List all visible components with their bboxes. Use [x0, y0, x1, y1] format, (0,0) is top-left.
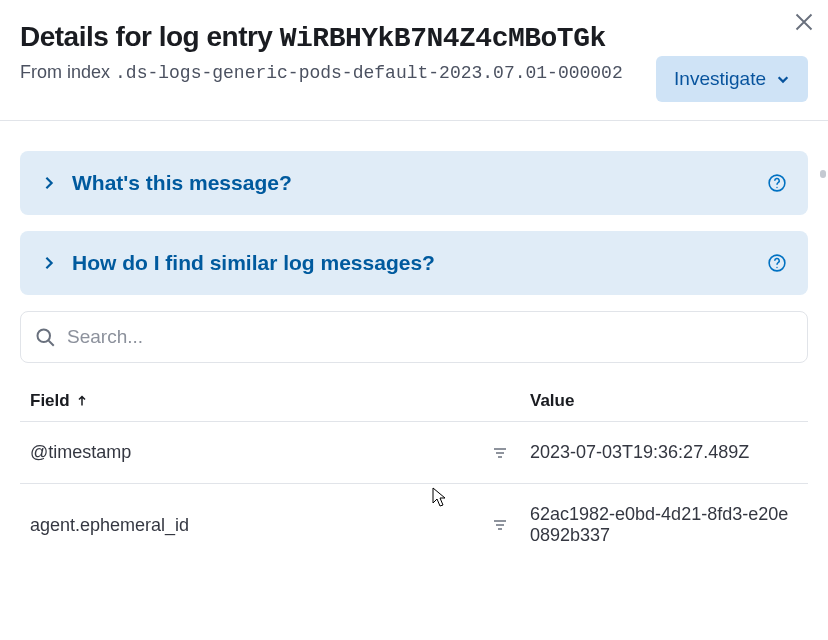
svg-point-1	[776, 187, 777, 188]
row-filter-button[interactable]	[470, 445, 530, 461]
cell-value: 2023-07-03T19:36:27.489Z	[530, 442, 808, 463]
col-header-value[interactable]: Value	[530, 391, 808, 411]
callout-title: How do I find similar log messages?	[72, 251, 435, 275]
title-block: Details for log entry WiRBHYkB7N4Z4cMBoT…	[20, 20, 640, 83]
scrollbar-thumb[interactable]	[820, 170, 826, 178]
page-title: Details for log entry WiRBHYkB7N4Z4cMBoT…	[20, 20, 640, 56]
flyout-header: Details for log entry WiRBHYkB7N4Z4cMBoT…	[0, 0, 828, 121]
help-icon[interactable]	[768, 254, 786, 272]
help-icon[interactable]	[768, 174, 786, 192]
svg-point-3	[776, 267, 777, 268]
fields-table: Field Value @timestamp 2023-07-03T19:36:…	[20, 391, 808, 566]
page-subtitle: From index .ds-logs-generic-pods-default…	[20, 62, 640, 83]
callout-whats-this[interactable]: What's this message?	[20, 151, 808, 215]
investigate-label: Investigate	[674, 68, 766, 90]
cell-field: agent.ephemeral_id	[20, 515, 470, 536]
col-header-field[interactable]: Field	[20, 391, 530, 411]
cell-value: 62ac1982-e0bd-4d21-8fd3-e20e0892b337	[530, 504, 808, 546]
svg-point-4	[38, 330, 51, 343]
row-filter-button[interactable]	[470, 517, 530, 533]
investigate-button[interactable]: Investigate	[656, 56, 808, 102]
filter-icon	[492, 445, 508, 461]
table-header-row: Field Value	[20, 391, 808, 422]
search-input[interactable]	[67, 326, 793, 348]
filter-icon	[492, 517, 508, 533]
table-row: @timestamp 2023-07-03T19:36:27.489Z	[20, 422, 808, 484]
search-icon	[35, 327, 55, 347]
close-icon	[794, 12, 814, 32]
cell-field: @timestamp	[20, 442, 470, 463]
callout-similar-logs[interactable]: How do I find similar log messages?	[20, 231, 808, 295]
search-container[interactable]	[20, 311, 808, 363]
table-row: agent.ephemeral_id 62ac1982-e0bd-4d21-8f…	[20, 484, 808, 566]
chevron-right-icon	[42, 256, 56, 270]
chevron-down-icon	[776, 72, 790, 86]
sort-asc-icon	[76, 395, 88, 407]
close-button[interactable]	[794, 12, 814, 32]
callout-title: What's this message?	[72, 171, 292, 195]
flyout-content: What's this message? How do I find simil…	[0, 121, 828, 566]
chevron-right-icon	[42, 176, 56, 190]
